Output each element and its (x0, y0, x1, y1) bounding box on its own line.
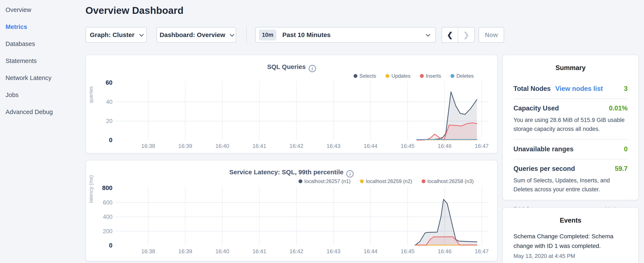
summary-row-value: 0.01% (609, 105, 628, 112)
sidebar-item-overview[interactable]: Overview (0, 1, 85, 18)
time-range-badge: 10m (259, 30, 276, 41)
svg-text:16:40: 16:40 (216, 143, 229, 149)
chart-title-row: SQL Queries (86, 63, 497, 72)
info-icon[interactable] (309, 65, 316, 72)
chart-title-row: Service Latency: SQL, 99th percentile (86, 168, 497, 177)
summary-row-description: Sum of Selects, Updates, Inserts, and De… (514, 176, 628, 194)
legend-dot-icon (386, 74, 389, 78)
view-nodes-list-link[interactable]: View nodes list (555, 85, 603, 93)
summary-row-capacity-used: Capacity Used 0.01% You are using 28.6 M… (514, 99, 628, 140)
service-latency-chart-card: 16:3816:3916:4016:4116:4216:4316:4416:45… (86, 160, 498, 261)
toolbar: Graph: Cluster Dashboard: Overview 10m P… (86, 27, 504, 43)
chevron-down-icon (139, 32, 144, 37)
svg-text:16:43: 16:43 (326, 248, 340, 254)
time-step-forward-button[interactable]: ❯ (458, 28, 474, 42)
chevron-right-icon: ❯ (463, 31, 470, 39)
chevron-down-icon (230, 32, 234, 37)
svg-text:16:41: 16:41 (252, 143, 266, 149)
event-item: Schema Change Completed: Schema change w… (514, 231, 628, 259)
summary-title: Summary (503, 55, 638, 72)
sidebar-item-metrics[interactable]: Metrics (0, 18, 85, 35)
svg-text:16:45: 16:45 (401, 248, 414, 254)
event-timestamp: May 13, 2020 at 4:45 PM (514, 253, 628, 259)
sidebar: Overview Metrics Databases Statements Ne… (0, 0, 85, 263)
legend-item: Updates (386, 73, 410, 79)
svg-text:0: 0 (109, 242, 112, 249)
dashboard-label: Dashboard: Overview (160, 31, 225, 39)
info-icon[interactable] (346, 170, 354, 177)
graph-scope-dropdown[interactable]: Graph: Cluster (86, 27, 147, 43)
legend-dot-icon (354, 74, 358, 78)
summary-row-label: Capacity Used (514, 105, 559, 112)
sidebar-item-jobs[interactable]: Jobs (0, 86, 85, 103)
svg-text:60: 60 (106, 79, 112, 86)
events-title: Events (503, 208, 638, 224)
summary-row-label: Total Nodes (514, 85, 551, 93)
summary-row-label: Unavailable ranges (514, 145, 574, 153)
now-button[interactable]: Now (478, 27, 504, 43)
now-button-label: Now (485, 32, 498, 39)
summary-panel: Summary Total Nodes View nodes list 3 Ca… (502, 55, 639, 200)
time-range-dropdown[interactable]: 10m Past 10 Minutes (255, 27, 436, 43)
legend-dot-icon (298, 179, 302, 183)
svg-text:16:46: 16:46 (438, 248, 452, 254)
svg-text:20: 20 (106, 118, 112, 124)
svg-text:16:47: 16:47 (475, 248, 488, 254)
chart-legend: SelectsUpdatesInsertsDeletes (354, 73, 474, 79)
summary-row-value: 0 (624, 145, 628, 153)
legend-item: Selects (354, 73, 376, 79)
svg-text:16:46: 16:46 (438, 143, 452, 149)
summary-row-label: Queries per second (514, 165, 575, 173)
chart-title: SQL Queries (267, 63, 306, 70)
svg-text:16:39: 16:39 (178, 143, 192, 149)
summary-row-total-nodes: Total Nodes View nodes list 3 (514, 79, 628, 99)
svg-text:16:47: 16:47 (475, 143, 488, 149)
svg-text:16:42: 16:42 (290, 248, 304, 254)
sidebar-item-statements[interactable]: Statements (0, 52, 85, 69)
svg-text:16:38: 16:38 (142, 143, 155, 149)
legend-item: Deletes (450, 73, 474, 79)
legend-item: localhost:26258 (n3) (422, 178, 474, 184)
time-step-back-button[interactable]: ❮ (442, 28, 458, 42)
svg-text:16:41: 16:41 (252, 248, 266, 254)
svg-text:16:40: 16:40 (216, 248, 229, 254)
svg-text:200: 200 (103, 228, 112, 234)
event-text: Schema Change Completed: Schema change w… (514, 231, 628, 251)
svg-text:40: 40 (106, 99, 112, 105)
page-title: Overview Dashboard (86, 5, 184, 16)
legend-dot-icon (422, 179, 426, 183)
svg-text:16:42: 16:42 (290, 143, 304, 149)
time-range-label: Past 10 Minutes (282, 31, 330, 39)
svg-text:16:44: 16:44 (364, 248, 378, 254)
legend-item: localhost:26259 (n2) (360, 178, 412, 184)
svg-text:400: 400 (103, 214, 112, 220)
main-content: Overview Dashboard Graph: Cluster Dashbo… (86, 0, 644, 263)
sidebar-item-advanced-debug[interactable]: Advanced Debug (0, 103, 85, 120)
legend-item: Inserts (420, 73, 441, 79)
chart-title: Service Latency: SQL, 99th percentile (230, 168, 344, 176)
svg-text:800: 800 (102, 184, 112, 191)
graph-scope-label: Graph: Cluster (90, 31, 134, 39)
sql-queries-chart-card: 16:3816:3916:4016:4116:4216:4316:4416:45… (86, 55, 498, 153)
summary-row-value: 3 (624, 85, 628, 93)
legend-dot-icon (360, 179, 364, 183)
dashboard-dropdown[interactable]: Dashboard: Overview (156, 27, 236, 43)
events-panel: Events Schema Change Completed: Schema c… (502, 207, 639, 263)
legend-dot-icon (420, 74, 424, 78)
toolbar-divider (246, 27, 247, 43)
chevron-down-icon (426, 32, 430, 37)
legend-dot-icon (450, 74, 454, 78)
legend-item: localhost:26257 (n1) (298, 178, 350, 184)
svg-text:16:45: 16:45 (401, 143, 414, 149)
summary-row-value: 59.7 (615, 165, 628, 173)
svg-text:16:38: 16:38 (142, 248, 155, 254)
time-step-buttons: ❮ ❯ (442, 27, 475, 43)
chevron-left-icon: ❮ (447, 31, 453, 39)
chart-legend: localhost:26257 (n1)localhost:26259 (n2)… (298, 178, 474, 184)
svg-text:16:39: 16:39 (178, 248, 192, 254)
summary-row-unavailable-ranges: Unavailable ranges 0 (514, 140, 628, 159)
svg-text:600: 600 (103, 199, 112, 206)
sidebar-item-databases[interactable]: Databases (0, 35, 85, 52)
summary-row-description: You are using 28.6 MiB of 515.9 GiB usab… (514, 116, 628, 133)
sidebar-item-network-latency[interactable]: Network Latency (0, 69, 85, 86)
